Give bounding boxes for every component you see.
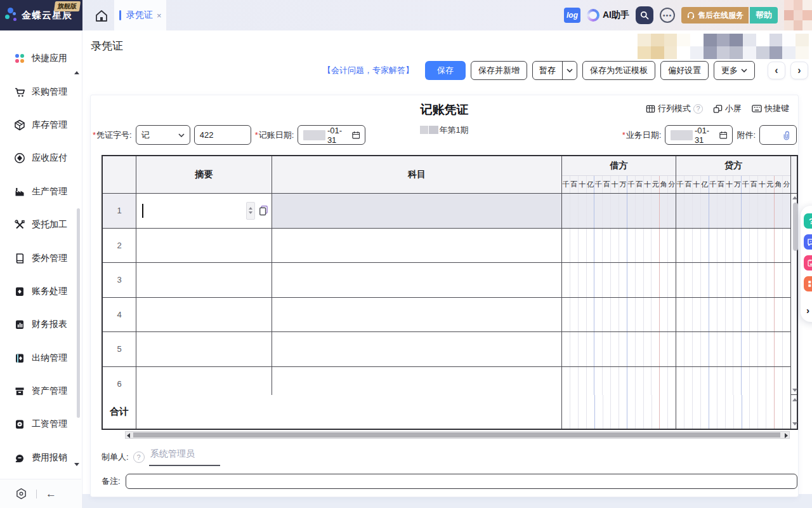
debit-amount-cell[interactable] <box>562 298 676 332</box>
remark-input[interactable] <box>126 474 797 489</box>
debit-amount-cell[interactable] <box>562 367 676 396</box>
credit-amount-cell[interactable] <box>676 229 790 263</box>
help-button[interactable]: 帮助 <box>750 7 778 23</box>
account-cell[interactable] <box>272 263 562 297</box>
float-expand-icon[interactable]: › <box>804 305 812 316</box>
digit-label: 百 <box>570 176 579 193</box>
digit-cell <box>701 367 709 396</box>
hscroll-track[interactable] <box>125 431 790 439</box>
sidebar-item-quick-apps[interactable]: 快捷应用 <box>0 42 82 75</box>
preparer-field[interactable]: 系统管理员 <box>149 448 220 466</box>
preferences-button[interactable]: 偏好设置 <box>660 61 709 80</box>
summary-cell-editing[interactable] <box>136 194 272 228</box>
tab-voucher-entry[interactable]: 录凭证 × <box>114 0 166 30</box>
scroll-up-icon[interactable] <box>792 196 797 199</box>
save-as-template-button[interactable]: 保存为凭证模板 <box>582 61 655 80</box>
copy-summary-icon[interactable] <box>259 205 268 216</box>
save-button[interactable]: 保存 <box>425 61 466 80</box>
sidebar-scrollbar[interactable] <box>77 208 80 418</box>
scroll-left-icon[interactable] <box>127 433 130 438</box>
sidebar-item-accounting[interactable]: 账务处理 <box>0 275 82 308</box>
attachment-label: 附件: <box>737 130 756 141</box>
debit-amount-cell[interactable] <box>562 194 676 228</box>
summary-cell[interactable] <box>136 263 272 297</box>
digit-cell <box>627 367 636 396</box>
horizontal-scrollbar[interactable] <box>102 431 798 439</box>
float-feedback-button[interactable] <box>804 234 812 250</box>
sidebar-item-assets[interactable]: 资产管理 <box>0 375 82 408</box>
business-date-input[interactable]: -01-31 <box>665 125 733 145</box>
prev-voucher-button[interactable]: ‹ <box>768 62 785 79</box>
summary-cell[interactable] <box>136 229 272 263</box>
sidebar-scroll-up-icon[interactable] <box>74 71 79 74</box>
hscroll-thumb[interactable] <box>133 432 780 438</box>
debit-amount-cell[interactable] <box>562 263 676 297</box>
sidebar-item-receivables-payables[interactable]: 应收应付 <box>0 142 82 175</box>
account-cell[interactable] <box>272 367 562 396</box>
summary-spinner[interactable] <box>246 202 255 220</box>
credit-amount-cell[interactable] <box>676 367 790 396</box>
ellipsis-menu-button[interactable]: ••• <box>660 8 675 23</box>
summary-cell[interactable] <box>136 367 272 396</box>
tab-close-icon[interactable]: × <box>157 11 162 20</box>
credit-amount-cell[interactable] <box>676 194 790 228</box>
sidebar-item-consigned-processing[interactable]: 受托加工 <box>0 208 82 241</box>
sidebar-item-inventory[interactable]: 库存管理 <box>0 109 82 142</box>
voucher-word-select[interactable]: 记 <box>136 125 190 145</box>
more-button[interactable]: 更多 <box>714 61 755 80</box>
scrollbar-body-track[interactable] <box>791 194 797 395</box>
user-avatar-redacted[interactable] <box>784 0 812 30</box>
draft-dropdown-icon[interactable] <box>562 62 577 79</box>
expert-qa-link[interactable]: 【会计问题，专家解答】 <box>323 65 414 76</box>
credit-amount-cell[interactable] <box>676 298 790 332</box>
ai-assistant-button[interactable]: AI助手 <box>587 9 629 22</box>
home-button[interactable] <box>94 8 109 23</box>
summary-cell[interactable] <box>136 298 272 332</box>
search-button[interactable] <box>636 6 653 24</box>
digit-cell <box>627 395 636 429</box>
scrollbar-total-track[interactable] <box>791 395 797 429</box>
spin-up-icon[interactable] <box>249 207 252 210</box>
log-badge[interactable]: log <box>564 8 580 23</box>
collapse-sidebar-icon[interactable]: ← <box>46 488 56 500</box>
debit-amount-cell[interactable] <box>562 229 676 263</box>
sidebar-item-cashier[interactable]: 出纳管理 <box>0 342 82 375</box>
sidebar-item-purchase[interactable]: 采购管理 <box>0 75 82 108</box>
credit-amount-cell[interactable] <box>676 263 790 297</box>
scroll-right-icon[interactable] <box>785 433 788 438</box>
preparer-help-icon[interactable]: ? <box>133 451 145 463</box>
float-apps-button[interactable] <box>804 276 812 291</box>
sidebar-item-payroll[interactable]: 工资管理 <box>0 408 82 441</box>
sidebar-item-production[interactable]: 生产管理 <box>0 175 82 208</box>
scroll-up-icon[interactable] <box>792 398 797 401</box>
debit-amount-cell[interactable] <box>562 332 676 366</box>
sidebar-item-outsourcing[interactable]: 委外管理 <box>0 241 82 274</box>
account-cell[interactable] <box>272 332 562 366</box>
digit-cell <box>775 229 783 263</box>
settings-hexagon-icon[interactable] <box>15 488 27 500</box>
float-help-button[interactable]: ? <box>804 213 812 229</box>
table-vertical-scrollbar[interactable] <box>790 156 797 429</box>
sidebar-item-financial-reports[interactable]: 财务报表 <box>0 308 82 341</box>
account-cell[interactable] <box>272 298 562 332</box>
spin-down-icon[interactable] <box>249 211 252 214</box>
sidebar-scroll-down-icon[interactable] <box>74 463 79 466</box>
scrollbar-thumb[interactable] <box>793 203 798 251</box>
aftersales-service-button[interactable]: 售后在线服务 <box>681 7 749 23</box>
account-cell[interactable] <box>272 194 562 228</box>
save-and-new-button[interactable]: 保存并新增 <box>471 61 527 80</box>
sidebar-item-expense[interactable]: 费用报销 <box>0 441 82 474</box>
next-voucher-button[interactable]: › <box>790 62 808 79</box>
float-schedule-button[interactable] <box>804 255 812 271</box>
account-cell[interactable] <box>272 229 562 263</box>
booking-date-input[interactable]: -01-31 <box>298 125 365 145</box>
voucher-number-input[interactable]: 422 <box>194 125 251 145</box>
scroll-down-icon[interactable] <box>792 389 797 392</box>
digit-cell <box>562 263 570 297</box>
credit-amount-cell[interactable] <box>676 332 790 366</box>
scroll-down-icon[interactable] <box>792 422 797 425</box>
digit-cell <box>668 194 676 228</box>
summary-cell[interactable] <box>136 332 272 366</box>
attachment-button[interactable] <box>759 125 797 145</box>
draft-split-button[interactable]: 暂存 <box>532 61 577 80</box>
